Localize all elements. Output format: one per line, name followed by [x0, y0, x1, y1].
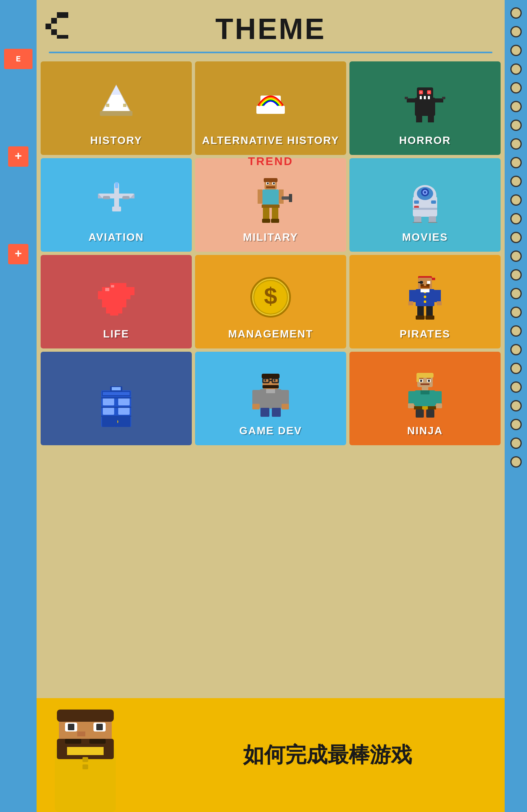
- header: THEME: [37, 0, 505, 53]
- spiral-hole: [510, 419, 522, 430]
- svg-rect-3: [51, 29, 57, 35]
- svg-rect-94: [426, 284, 429, 286]
- svg-rect-152: [421, 390, 429, 394]
- svg-rect-28: [416, 115, 422, 122]
- theme-cell-aviation[interactable]: AVIATION: [41, 158, 192, 252]
- military-label: MILITARY: [243, 231, 298, 244]
- svg-rect-131: [274, 379, 275, 381]
- svg-rect-97: [424, 296, 426, 298]
- spiral-hole: [510, 63, 522, 75]
- life-pixel-icon: [94, 275, 139, 320]
- theme-cell-gamedev[interactable]: GAME DEV: [195, 352, 346, 445]
- svg-rect-99: [421, 289, 429, 292]
- edge-panel: [4, 71, 33, 144]
- svg-rect-88: [427, 281, 430, 284]
- svg-rect-46: [262, 205, 280, 208]
- svg-rect-114: [118, 398, 130, 405]
- spiral-hole: [510, 232, 522, 243]
- theme-cell-horror[interactable]: HORROR: [349, 61, 501, 155]
- ninja-pixel-icon: [403, 370, 447, 418]
- svg-rect-120: [101, 397, 131, 398]
- movies-label: MOVIES: [402, 231, 448, 244]
- spiral-hole: [510, 7, 522, 19]
- svg-rect-144: [427, 378, 431, 379]
- military-icon: [246, 176, 295, 225]
- svg-rect-20: [428, 91, 430, 93]
- svg-rect-29: [428, 115, 434, 122]
- spiral-hole: [510, 250, 522, 262]
- svg-rect-74: [102, 299, 126, 307]
- alt-history-label: ALTERNATIVE HISTORY: [202, 134, 339, 147]
- horror-label: HORROR: [399, 134, 451, 147]
- svg-rect-143: [419, 378, 423, 379]
- svg-rect-101: [434, 290, 441, 302]
- pirates-icon: [401, 273, 449, 322]
- theme-cell-history[interactable]: HISTORY: [41, 61, 192, 155]
- spiral-hole: [510, 307, 522, 318]
- svg-rect-35: [115, 182, 118, 188]
- svg-rect-150: [422, 387, 428, 390]
- svg-rect-98: [424, 300, 426, 303]
- spiral-hole: [510, 400, 522, 411]
- trend-badge: TREND: [248, 155, 293, 168]
- svg-rect-110: [112, 387, 121, 390]
- spiral-hole: [510, 82, 522, 94]
- svg-rect-26: [405, 97, 408, 99]
- svg-rect-160: [426, 409, 434, 418]
- svg-rect-78: [111, 285, 114, 287]
- svg-rect-116: [118, 407, 130, 415]
- svg-rect-173: [89, 739, 106, 744]
- theme-cell-movies[interactable]: MOVIES: [349, 158, 501, 252]
- theme-cell-alt-history[interactable]: ALTERNATIVE HISTORY: [195, 61, 346, 155]
- history-label: HISTORY: [90, 134, 142, 147]
- svg-rect-102: [408, 301, 413, 305]
- svg-rect-117: [102, 416, 115, 427]
- spiral-hole: [510, 45, 522, 56]
- bottom-character-icon: [37, 698, 140, 812]
- horror-icon: [401, 79, 449, 128]
- life-label: LIFE: [103, 328, 129, 340]
- svg-rect-68: [428, 222, 438, 223]
- svg-rect-142: [416, 374, 419, 382]
- theme-cell-life[interactable]: LIFE: [41, 255, 192, 348]
- svg-rect-66: [429, 216, 436, 223]
- page-title: THEME: [45, 12, 497, 46]
- page-background: E + +: [0, 0, 527, 812]
- life-icon: [92, 273, 141, 322]
- svg-rect-175: [82, 757, 88, 762]
- ninja-label: NINJA: [407, 425, 443, 437]
- svg-rect-34: [112, 207, 121, 211]
- spiral-hole: [510, 344, 522, 355]
- theme-cell-pirates[interactable]: PIRATES: [349, 255, 501, 348]
- movies-pixel-icon: [403, 178, 447, 223]
- back-arrow-icon: [41, 10, 69, 39]
- scifi-icon: [92, 382, 141, 431]
- svg-rect-123: [115, 416, 117, 427]
- svg-rect-49: [262, 219, 270, 223]
- svg-rect-65: [414, 216, 421, 223]
- svg-rect-158: [436, 403, 442, 408]
- svg-rect-115: [103, 407, 114, 415]
- alt-history-icon: [246, 79, 295, 128]
- left-edge-content: E + +: [0, 49, 37, 264]
- theme-cell-scifi[interactable]: [41, 352, 192, 445]
- spiral-hole: [510, 456, 522, 468]
- svg-rect-6: [63, 35, 68, 39]
- svg-rect-53: [289, 194, 292, 202]
- svg-rect-36: [103, 196, 110, 199]
- svg-rect-77: [105, 288, 109, 291]
- svg-marker-9: [112, 85, 121, 95]
- svg-rect-172: [65, 739, 81, 744]
- back-button[interactable]: [41, 10, 69, 43]
- spiral-hole: [510, 176, 522, 187]
- theme-cell-ninja[interactable]: NINJA: [349, 352, 501, 445]
- theme-cell-management[interactable]: $ MANAGEMENT: [195, 255, 346, 348]
- spiral-hole: [510, 101, 522, 112]
- svg-rect-156: [434, 391, 442, 405]
- spiral-hole: [510, 194, 522, 206]
- svg-rect-92: [421, 286, 429, 288]
- gamedev-label: GAME DEV: [239, 425, 302, 437]
- theme-cell-military[interactable]: TREND: [195, 158, 346, 252]
- svg-rect-141: [416, 373, 434, 378]
- svg-rect-113: [103, 398, 114, 405]
